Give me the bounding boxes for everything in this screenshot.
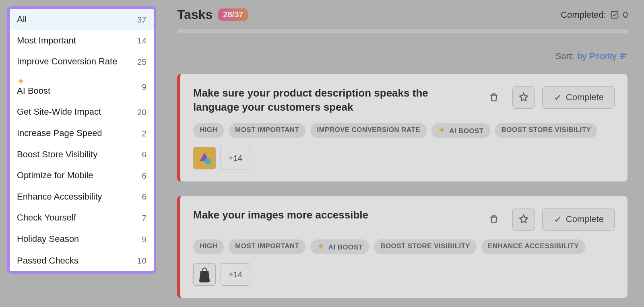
sidebar-item-label: Get Site-Wide Impact xyxy=(17,106,101,118)
sidebar-item-label: AI Boost xyxy=(17,77,50,97)
more-thumbnails-button[interactable]: +14 xyxy=(221,263,250,286)
sidebar-item-passed-checks[interactable]: Passed Checks10 xyxy=(10,250,154,272)
sidebar-item-count: 20 xyxy=(137,107,147,117)
sidebar-item-count: 14 xyxy=(137,35,147,46)
completed-summary: Completed: 0 xyxy=(561,10,628,20)
sidebar-item-label: All xyxy=(17,14,27,25)
sidebar-item-label: Enhance Accessibility xyxy=(17,191,102,203)
sidebar-item-label: Improve Conversion Rate xyxy=(17,56,117,68)
star-button[interactable] xyxy=(512,208,535,231)
completed-count: 0 xyxy=(623,10,628,20)
completed-label: Completed: xyxy=(561,10,606,20)
header-left: Tasks 28/37 xyxy=(177,7,248,22)
sidebar-highlight-frame: All37Most Important14Improve Conversion … xyxy=(7,6,156,274)
sidebar-item-count: 25 xyxy=(137,56,147,67)
sidebar-item-label: Holiday Season xyxy=(17,233,79,245)
sidebar-item-label: Boost Store Visibility xyxy=(17,149,97,161)
star-icon xyxy=(518,92,529,103)
tag: HIGH xyxy=(193,123,224,138)
svg-rect-0 xyxy=(611,11,618,18)
sidebar-item-holiday-season[interactable]: Holiday Season9 xyxy=(10,229,154,250)
sort-icon xyxy=(619,52,628,60)
sidebar-item-get-site-wide-impact[interactable]: Get Site-Wide Impact20 xyxy=(10,101,154,123)
trash-icon xyxy=(489,92,499,103)
page-title: Tasks xyxy=(177,7,213,22)
sort-label: Sort: xyxy=(555,51,574,62)
tag: AI BOOST xyxy=(310,239,369,254)
check-icon xyxy=(553,215,562,224)
check-icon xyxy=(553,93,562,102)
tag: BOOST STORE VISIBILITY xyxy=(374,239,477,254)
sort-selector[interactable]: by Priority xyxy=(577,51,628,62)
tag: MOST IMPORTANT xyxy=(229,239,305,254)
star-icon xyxy=(518,214,529,225)
delete-button[interactable] xyxy=(483,86,505,109)
sidebar-item-count: 37 xyxy=(137,14,147,25)
more-thumbnails-button[interactable]: +14 xyxy=(221,147,250,169)
task-tags: HIGHMOST IMPORTANT AI BOOSTBOOST STORE V… xyxy=(193,239,615,254)
complete-label: Complete xyxy=(566,214,604,225)
tag: ENHANCE ACCESSIBILITY xyxy=(481,239,585,254)
thumbnail[interactable] xyxy=(193,147,216,169)
svg-rect-2 xyxy=(621,56,625,57)
task-actions: Complete xyxy=(483,208,615,231)
tag: IMPROVE CONVERSION RATE xyxy=(310,123,426,138)
task-card: Make sure your product description speak… xyxy=(177,74,628,182)
sidebar-item-count: 7 xyxy=(142,212,147,223)
svg-rect-3 xyxy=(621,58,623,59)
svg-rect-1 xyxy=(621,54,627,55)
thumbnail[interactable] xyxy=(193,263,216,286)
task-head: Make your images more accessibleComplete xyxy=(193,208,615,231)
sort-row: Sort: by Priority xyxy=(177,51,628,62)
header-row: Tasks 28/37 Completed: 0 xyxy=(177,7,628,22)
bolt-icon xyxy=(317,242,326,250)
sidebar-item-label: Check Yourself xyxy=(17,212,76,224)
sidebar-item-increase-page-speed[interactable]: Increase Page Speed2 xyxy=(10,123,154,144)
complete-button[interactable]: Complete xyxy=(542,208,615,231)
sidebar-item-count: 6 xyxy=(142,170,147,181)
delete-button[interactable] xyxy=(483,208,505,231)
task-count-badge: 28/37 xyxy=(218,8,248,21)
sidebar-item-boost-store-visibility[interactable]: Boost Store Visibility6 xyxy=(10,144,154,165)
svg-point-5 xyxy=(204,158,211,165)
sidebar-item-count: 6 xyxy=(142,191,147,202)
checkbox-done-icon xyxy=(610,10,619,19)
sidebar-item-improve-conversion-rate[interactable]: Improve Conversion Rate25 xyxy=(10,51,154,72)
task-tags: HIGHMOST IMPORTANTIMPROVE CONVERSION RAT… xyxy=(193,123,615,138)
star-button[interactable] xyxy=(512,86,535,109)
task-actions: Complete xyxy=(483,86,615,109)
sidebar-item-label: Passed Checks xyxy=(17,255,78,267)
sidebar-item-count: 6 xyxy=(142,149,147,160)
task-card: Make your images more accessibleComplete… xyxy=(177,196,628,298)
complete-label: Complete xyxy=(566,92,604,103)
main-content: Tasks 28/37 Completed: 0 Sort: by Priori… xyxy=(177,7,628,307)
sidebar-item-label: Most Important xyxy=(17,35,76,47)
complete-button[interactable]: Complete xyxy=(542,86,615,109)
sidebar-item-count: 9 xyxy=(142,81,147,92)
tag: MOST IMPORTANT xyxy=(229,123,305,138)
task-title: Make your images more accessible xyxy=(193,208,368,222)
progress-bar xyxy=(177,29,628,33)
sidebar-item-label: Optimize for Mobile xyxy=(17,170,93,181)
sidebar-item-all[interactable]: All37 xyxy=(10,9,154,30)
sidebar-item-most-important[interactable]: Most Important14 xyxy=(10,30,154,52)
tag: AI BOOST xyxy=(431,123,490,138)
sidebar-item-ai-boost[interactable]: AI Boost9 xyxy=(10,72,154,102)
task-thumbnails: +14 xyxy=(193,263,615,286)
tag: HIGH xyxy=(193,239,224,254)
sidebar-item-label: Increase Page Speed xyxy=(17,128,102,139)
sidebar-item-enhance-accessibility[interactable]: Enhance Accessibility6 xyxy=(10,186,154,208)
sidebar-item-count: 2 xyxy=(142,128,147,139)
trash-icon xyxy=(489,214,499,225)
tag: BOOST STORE VISIBILITY xyxy=(495,123,598,138)
sidebar-item-count: 10 xyxy=(137,255,147,266)
sidebar: All37Most Important14Improve Conversion … xyxy=(7,6,156,274)
bolt-icon xyxy=(17,77,50,85)
sidebar-item-check-yourself[interactable]: Check Yourself7 xyxy=(10,207,154,229)
sidebar-item-optimize-for-mobile[interactable]: Optimize for Mobile6 xyxy=(10,165,154,186)
sidebar-item-count: 9 xyxy=(142,234,147,245)
task-thumbnails: +14 xyxy=(193,147,615,169)
sort-value: by Priority xyxy=(577,51,617,62)
task-list: Make sure your product description speak… xyxy=(177,74,628,298)
task-title: Make sure your product description speak… xyxy=(193,86,471,114)
